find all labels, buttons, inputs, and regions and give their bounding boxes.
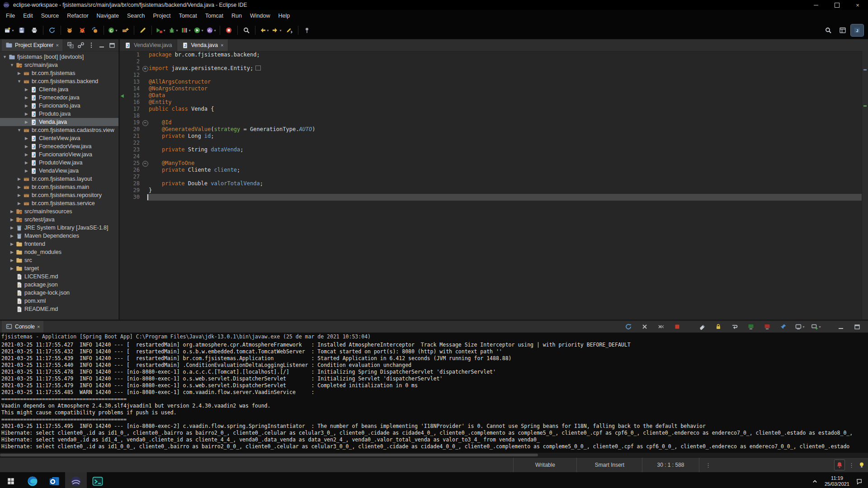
code-line-19[interactable]: 19− @Id xyxy=(120,119,868,126)
chevron-right-icon[interactable]: ▶ xyxy=(24,152,29,157)
code-line-22[interactable]: 22 xyxy=(120,140,868,146)
code-line-2[interactable]: 2 xyxy=(120,58,868,65)
display-console-button[interactable]: ▾ xyxy=(793,321,806,333)
external-tools-button[interactable]: ▾ xyxy=(154,24,167,36)
chevron-right-icon[interactable]: ▶ xyxy=(24,120,29,124)
menu-tomcat[interactable]: Tomcat xyxy=(175,13,201,19)
menu-window[interactable]: Window xyxy=(246,13,274,19)
tree-item-target[interactable]: ▶target xyxy=(0,264,118,272)
menu-tomcat[interactable]: Tomcat xyxy=(201,13,227,19)
tomcat-restart-button[interactable] xyxy=(89,24,101,36)
tree-item-vendaview-java[interactable]: ▶JVendaView.java xyxy=(0,167,118,175)
code-line-1[interactable]: 1package br.com.fjsistemas.backend; xyxy=(120,52,868,58)
code-line-16[interactable]: 16@Entity xyxy=(120,99,868,106)
chevron-right-icon[interactable]: ▶ xyxy=(9,266,15,271)
taskbar-app-edge[interactable] xyxy=(22,472,43,488)
tray-chevron-icon[interactable] xyxy=(811,478,818,485)
dropdown-caret-icon[interactable]: ▾ xyxy=(214,28,216,33)
dropdown-caret-icon[interactable]: ▾ xyxy=(115,28,117,33)
menu-project[interactable]: Project xyxy=(149,13,175,19)
tree-item-br-com-fjsistemas-main[interactable]: ▶br.com.fjsistemas.main xyxy=(0,183,118,191)
tree-item-clienteview-java[interactable]: ▶JClienteView.java xyxy=(0,134,118,142)
code-line-20[interactable]: 20 @GeneratedValue(strategy = Generation… xyxy=(120,126,868,133)
chevron-right-icon[interactable]: ▶ xyxy=(9,209,15,214)
tree-item-pom-xml[interactable]: xpom.xml xyxy=(0,297,118,305)
console-output[interactable]: 2021-03-25 11:17:55.427 INFO 14240 --- [… xyxy=(0,342,868,453)
search-button[interactable] xyxy=(240,24,253,36)
tree-item-funcionarioview-java[interactable]: ▶JFuncionarioView.java xyxy=(0,150,118,159)
chevron-right-icon[interactable]: ▶ xyxy=(24,169,29,173)
pin-editor-button[interactable] xyxy=(301,24,313,36)
chevron-right-icon[interactable]: ▶ xyxy=(24,95,29,100)
taskbar-app-outlook[interactable] xyxy=(43,472,65,488)
tree-item-br-com-fjsistemas-service[interactable]: ▶br.com.fjsistemas.service xyxy=(0,199,118,207)
menu-navigate[interactable]: Navigate xyxy=(93,13,123,19)
menu-file[interactable]: File xyxy=(2,13,19,19)
profile-button[interactable]: ▾ xyxy=(205,24,217,36)
java-perspective-button[interactable]: J xyxy=(851,24,863,36)
remove-launch-button[interactable] xyxy=(638,321,651,333)
maximize-window-button[interactable] xyxy=(826,0,847,10)
chevron-right-icon[interactable]: ▶ xyxy=(16,177,22,181)
menu-run[interactable]: Run xyxy=(227,13,246,19)
coverage-button[interactable]: ▾ xyxy=(179,24,192,36)
chevron-right-icon[interactable]: ▶ xyxy=(9,242,15,246)
menu-edit[interactable]: Edit xyxy=(19,13,37,19)
maximize-view-button[interactable] xyxy=(851,321,863,333)
editor-tab-vendaview-java[interactable]: JVendaView.java xyxy=(120,39,177,51)
lightbulb-icon[interactable] xyxy=(858,461,865,469)
show-stdout-button[interactable] xyxy=(745,321,757,333)
open-console-button[interactable]: ▾ xyxy=(810,321,822,333)
chevron-right-icon[interactable]: ▶ xyxy=(24,87,29,92)
code-line-17[interactable]: 17public class Venda { xyxy=(120,106,868,113)
open-perspective-button[interactable] xyxy=(836,24,849,36)
close-console-icon[interactable]: × xyxy=(37,324,40,329)
back-button[interactable]: ▾ xyxy=(258,24,270,36)
tree-item-venda-java[interactable]: ▶JVenda.java xyxy=(0,118,118,126)
menu-help[interactable]: Help xyxy=(274,13,294,19)
tree-item-src-test-java[interactable]: ▶src/test/java xyxy=(0,216,118,224)
code-line-12[interactable]: 12 xyxy=(120,72,868,79)
tomcat-start-button[interactable] xyxy=(63,24,76,36)
tree-item-fornecedor-java[interactable]: ▶JFornecedor.java xyxy=(0,94,118,102)
dropdown-caret-icon[interactable]: ▾ xyxy=(267,28,269,33)
tomcat-stop-button[interactable] xyxy=(76,24,89,36)
collapsed-region-icon[interactable] xyxy=(255,66,261,70)
tree-item-readme-md[interactable]: README.md xyxy=(0,305,118,313)
tree-item-package-lock-json[interactable]: {}package-lock.json xyxy=(0,289,118,297)
dropdown-caret-icon[interactable]: ▾ xyxy=(279,28,281,33)
code-line-23[interactable]: 23 private String dataVenda; xyxy=(120,146,868,153)
view-menu-icon[interactable] xyxy=(88,42,95,49)
forward-button[interactable]: ▾ xyxy=(270,24,283,36)
code-line-15[interactable]: 15@Data xyxy=(120,92,868,99)
tree-item-produto-java[interactable]: ▶JProduto.java xyxy=(0,110,118,118)
code-line-3[interactable]: 3+import javax.persistence.Entity; xyxy=(120,65,868,72)
code-line-30[interactable]: 30 xyxy=(120,194,868,201)
show-stderr-button[interactable] xyxy=(761,321,774,333)
close-window-button[interactable]: × xyxy=(847,0,868,10)
chevron-down-icon[interactable]: ▼ xyxy=(2,55,8,59)
tab-project-explorer[interactable]: Project Explorer × xyxy=(2,39,62,51)
new-wizard-button[interactable]: ▾ xyxy=(3,24,15,36)
code-line-18[interactable]: 18 xyxy=(120,113,868,119)
print-button[interactable] xyxy=(28,24,41,36)
chevron-right-icon[interactable]: ▶ xyxy=(24,136,29,141)
fold-minus-icon[interactable]: − xyxy=(142,160,149,167)
word-wrap-button[interactable] xyxy=(728,321,741,333)
fold-plus-icon[interactable]: + xyxy=(142,65,149,72)
chevron-down-icon[interactable]: ▼ xyxy=(16,79,22,84)
editor-tab-venda-java[interactable]: JVenda.java× xyxy=(177,39,229,51)
code-line-21[interactable]: 21 private Long id; xyxy=(120,133,868,140)
chevron-right-icon[interactable]: ▶ xyxy=(9,217,15,222)
tree-item-fornecedorview-java[interactable]: ▶JFornecedorView.java xyxy=(0,142,118,150)
chevron-right-icon[interactable]: ▶ xyxy=(24,160,29,165)
overview-ruler[interactable] xyxy=(862,51,868,319)
code-line-26[interactable]: 26 private Cliente cliente; xyxy=(120,167,868,174)
tree-item-br-com-fjsistemas-backend[interactable]: ▼br.com.fjsistemas.backend xyxy=(0,77,118,85)
tree-item-frontend[interactable]: ▶frontend xyxy=(0,240,118,248)
close-tab-icon[interactable]: × xyxy=(221,42,223,48)
tree-item-package-json[interactable]: {}package.json xyxy=(0,281,118,289)
pin-console-button[interactable] xyxy=(777,321,790,333)
chevron-right-icon[interactable]: ▶ xyxy=(24,144,29,149)
start-button[interactable] xyxy=(0,472,22,488)
